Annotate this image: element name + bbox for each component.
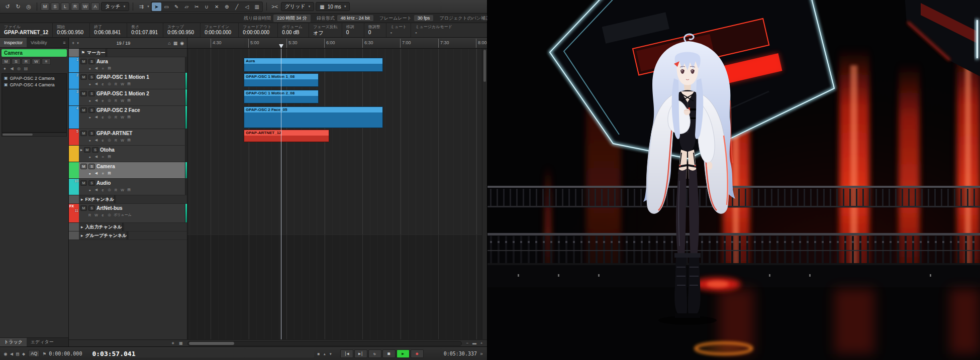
record-arm-icon[interactable]: ● (87, 172, 92, 175)
metronome-icon[interactable]: ◉ (4, 351, 7, 356)
monitor-icon[interactable]: ◀ (94, 98, 99, 102)
lane-icon[interactable]: ▤ (127, 82, 131, 86)
lane-icon[interactable]: ▤ (107, 155, 112, 159)
freeze-icon[interactable]: ◎ (107, 115, 112, 119)
snap-type-select[interactable]: グリッド ▾ (281, 2, 314, 11)
mute-button[interactable]: M (84, 147, 90, 153)
record-arm-icon[interactable]: ● (87, 115, 92, 119)
info-field-finetune[interactable]: 微調整 0 (364, 23, 386, 37)
grid-toggle-icon[interactable]: ▦ (178, 341, 183, 345)
track-row-artnet-bus[interactable]: FX 11 M S ArtNet-bus R (69, 204, 187, 223)
read-button[interactable]: R (87, 213, 92, 217)
freeze-icon[interactable]: ◎ (107, 138, 112, 142)
edit-channel-button[interactable]: e (101, 188, 105, 192)
solo-button[interactable]: S (88, 74, 95, 80)
monitor-icon[interactable]: ◀ (94, 66, 99, 70)
cycle-button[interactable]: ↻ (368, 349, 381, 358)
track-row-group-folder[interactable]: ▸ グループチャンネル (69, 231, 187, 240)
tab-track[interactable]: トラック (0, 338, 27, 346)
select-tool[interactable]: ➤ (152, 3, 161, 11)
chevron-down-icon[interactable]: ▾ (77, 41, 79, 45)
mute-button[interactable]: M (80, 205, 87, 211)
primary-time-display[interactable]: 0:03:57.041 (92, 350, 314, 357)
line-tool[interactable]: ╱ (232, 3, 242, 11)
3d-viewport[interactable] (487, 0, 980, 360)
lane-icon[interactable]: ▤ (107, 171, 112, 175)
playhead-handle[interactable] (279, 44, 283, 48)
scroll-thumb[interactable] (483, 50, 486, 82)
solo-button[interactable]: S (88, 107, 95, 113)
midi-activity-icon[interactable]: ▤ (16, 351, 19, 356)
write-button[interactable]: W (32, 58, 41, 65)
mute-button[interactable]: M (80, 91, 87, 96)
erase-tool[interactable]: ▱ (182, 3, 191, 11)
edit-channel-button[interactable]: e (101, 99, 105, 102)
automation-mode-select[interactable]: タッチ ▾ (101, 2, 129, 11)
freeze-icon[interactable]: ◎ (107, 98, 112, 102)
stop-button[interactable]: ■ (382, 349, 396, 358)
record-arm-icon[interactable]: ● (87, 139, 92, 142)
folder-icon[interactable]: ▸ (81, 233, 83, 238)
track-row-otoha[interactable]: ▸ M S Otoha ● ◀ ≡ ▤ (69, 146, 187, 162)
monitor-icon[interactable]: ◀ (94, 171, 99, 175)
timeline-ruler[interactable]: 4:30 5:00 5:30 6:00 6:30 7:00 7:30 8:00 (187, 38, 487, 48)
monitor-icon[interactable]: ◀ (94, 155, 99, 159)
zoom-out-icon[interactable]: − (465, 341, 470, 345)
solo-button[interactable]: S (12, 58, 21, 65)
read-button[interactable]: R (114, 139, 118, 142)
freeze-icon[interactable]: ◎ (17, 66, 21, 71)
read-button[interactable]: R (22, 58, 31, 65)
track-row-aura[interactable]: 1 M S Aura ● ◀ ≡ (69, 57, 187, 73)
draw-tool[interactable]: ✎ (172, 3, 181, 11)
record-arm-icon[interactable]: ● (87, 67, 92, 70)
zoom-in-icon[interactable]: + (479, 341, 484, 345)
tab-inspector[interactable]: Inspector (0, 38, 27, 47)
monitor-icon[interactable]: ◀ (10, 66, 14, 71)
info-field-volume[interactable]: ボリューム 0.00 dB (278, 23, 309, 37)
setup-icon[interactable]: ◎ (24, 2, 33, 11)
mute-all-button[interactable]: M (41, 3, 49, 11)
find-track-icon[interactable]: ◉ (180, 41, 184, 46)
lane-icon[interactable]: ▤ (127, 188, 131, 192)
grid-icon[interactable]: ▦ (173, 41, 178, 46)
aq-badge[interactable]: AQ (28, 350, 40, 357)
edit-channel-button[interactable]: e (101, 213, 105, 217)
mute-button[interactable]: M (80, 131, 87, 136)
redo-icon[interactable]: ↻ (14, 2, 23, 11)
solo-button[interactable]: S (88, 131, 95, 136)
monitor-icon[interactable]: ◀ (94, 138, 99, 142)
event-aura[interactable]: Aura (244, 58, 383, 72)
zoom-slider[interactable]: ▬ (472, 341, 477, 345)
read-button[interactable]: R (114, 99, 118, 102)
monitor-icon[interactable]: ◀ (94, 82, 99, 86)
write-button[interactable]: W (120, 82, 125, 86)
record-arm-icon[interactable]: ● (3, 66, 7, 71)
edit-channel-button[interactable]: e (101, 82, 105, 86)
hamburger-icon[interactable]: ≡ (101, 172, 105, 175)
track-row-motion1[interactable]: 2 M S GPAP-OSC 1 Motion 1 ● ◀ (69, 73, 187, 89)
read-button[interactable]: R (114, 115, 118, 119)
glue-tool[interactable]: ∪ (202, 3, 212, 11)
scroll-thumb[interactable] (3, 134, 33, 136)
folder-icon[interactable]: ▸ (80, 148, 82, 152)
solo-button[interactable]: S (88, 164, 95, 169)
lane-icon[interactable]: ▤ (107, 66, 112, 70)
listen-button[interactable]: L (61, 3, 69, 11)
hamburger-icon[interactable]: ≡ (101, 155, 105, 159)
lane-icon[interactable]: ▤ (127, 115, 131, 119)
record-arm-icon[interactable]: ● (87, 82, 92, 86)
track-row-camera[interactable]: M S Camera ● ◀ ≡ ▤ (69, 162, 187, 179)
track-row-motion2[interactable]: 3 M S GPAP-OSC 1 Motion 2 ● ◀ (69, 89, 187, 106)
vertical-scrollbar[interactable] (482, 49, 487, 339)
info-field-end[interactable]: 終了 0:06:08.841 (90, 23, 127, 37)
fast-forward-icon[interactable]: » (480, 351, 483, 356)
autoscroll-icon[interactable]: ⇉ (137, 2, 146, 11)
record-format[interactable]: 録音形式 48 kHz - 24 bit (317, 15, 373, 22)
record-arm-icon[interactable]: ● (87, 155, 92, 159)
mute-button[interactable]: M (80, 107, 87, 113)
folder-icon[interactable]: ▸ (81, 197, 83, 202)
track-list-empty[interactable] (69, 240, 187, 339)
record-button[interactable]: ● (411, 349, 424, 358)
add-track-button[interactable]: + (72, 41, 74, 46)
mute-button[interactable]: M (80, 180, 87, 186)
